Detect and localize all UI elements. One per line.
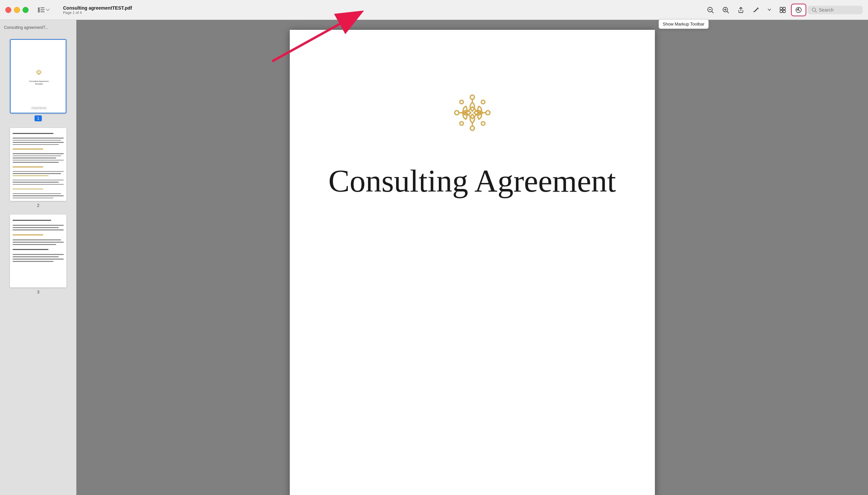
sidebar-title: Consulting agreementT... [4,25,72,30]
thumb-ornament-1 [34,67,44,77]
window-icon [779,6,786,14]
tooltip-text: Show Markup Toolbar [663,21,705,27]
thumb-content-3 [10,215,66,288]
thumbnail-1[interactable]: Consulting AgreementTemplate Prepared by… [10,39,66,114]
markup-dropdown-button[interactable] [765,7,774,13]
window-button[interactable] [776,4,790,16]
zoom-in-icon [722,6,729,14]
chevron-down-icon [768,8,771,11]
thumbnail-page-3 [10,215,66,288]
pdf-main-title: Consulting Agreement [328,163,616,199]
show-markup-toolbar-button[interactable] [791,4,806,16]
filename: Consulting agreementTEST.pdf [63,5,132,11]
pdf-page: Consulting Agreement [290,30,655,495]
maximize-button[interactable] [22,7,29,13]
page-number-badge-1: 1 [34,115,42,121]
page-number-3: 3 [37,289,39,294]
pencil-icon [753,6,760,14]
tooltip-popup: Show Markup Toolbar [658,19,709,29]
zoom-out-button[interactable] [703,4,717,16]
share-button[interactable] [734,4,748,16]
sidebar: Consulting agreementT... [0,20,76,495]
search-area[interactable] [807,6,863,14]
thumbnail-container-3: 3 [4,215,72,294]
svg-point-27 [481,100,485,104]
close-button[interactable] [5,7,11,13]
zoom-in-button[interactable] [719,4,733,16]
toolbar-actions [703,4,863,16]
traffic-lights [5,7,29,13]
svg-point-29 [481,122,485,125]
svg-rect-3 [40,11,45,12]
svg-rect-2 [40,9,45,10]
svg-point-25 [486,111,490,115]
svg-rect-0 [38,7,40,13]
thumbnail-page-1: Consulting AgreementTemplate Prepared by… [11,40,66,113]
thumbnail-2[interactable] [10,128,66,201]
thumbnail-3[interactable] [10,215,66,288]
share-icon [737,6,744,14]
svg-rect-12 [783,7,785,10]
svg-point-22 [470,95,474,100]
page-number-2: 2 [37,203,39,208]
thumb-content-2 [10,128,66,201]
thumb-title-1: Consulting AgreementTemplate [29,80,48,86]
markup-pencil-button[interactable] [749,4,763,16]
chevron-down-icon [46,8,50,11]
thumbnail-container-1: Consulting AgreementTemplate Prepared by… [4,39,72,121]
search-input[interactable] [819,7,859,13]
svg-point-28 [460,122,463,125]
search-icon [812,7,817,13]
zoom-out-icon [707,6,714,14]
svg-rect-11 [780,7,782,10]
svg-rect-14 [783,10,785,13]
sidebar-icon [38,7,45,13]
svg-rect-13 [780,10,782,13]
titlebar: Consulting agreementTEST.pdf Page 1 of 4 [0,0,868,20]
sidebar-toggle-button[interactable] [35,5,52,15]
pdf-area[interactable]: Consulting Agreement [76,20,868,495]
svg-point-26 [460,100,463,104]
ornament-decoration [442,83,502,142]
svg-point-23 [470,126,474,131]
page-info: Page 1 of 4 [63,11,132,15]
main-layout: Consulting agreementT... [0,20,868,495]
thumb-footer-1: Prepared by: [Client name]Consulting [Co… [31,107,47,109]
svg-rect-1 [40,7,45,8]
file-info: Consulting agreementTEST.pdf Page 1 of 4 [63,5,132,15]
thumbnail-page-2 [10,128,66,201]
svg-point-24 [454,111,459,115]
minimize-button[interactable] [14,7,20,13]
svg-line-6 [712,11,714,13]
thumbnail-container-2: 2 [4,128,72,208]
markup-toolbar-icon [795,6,802,14]
svg-line-17 [815,11,817,12]
svg-line-10 [727,11,729,13]
